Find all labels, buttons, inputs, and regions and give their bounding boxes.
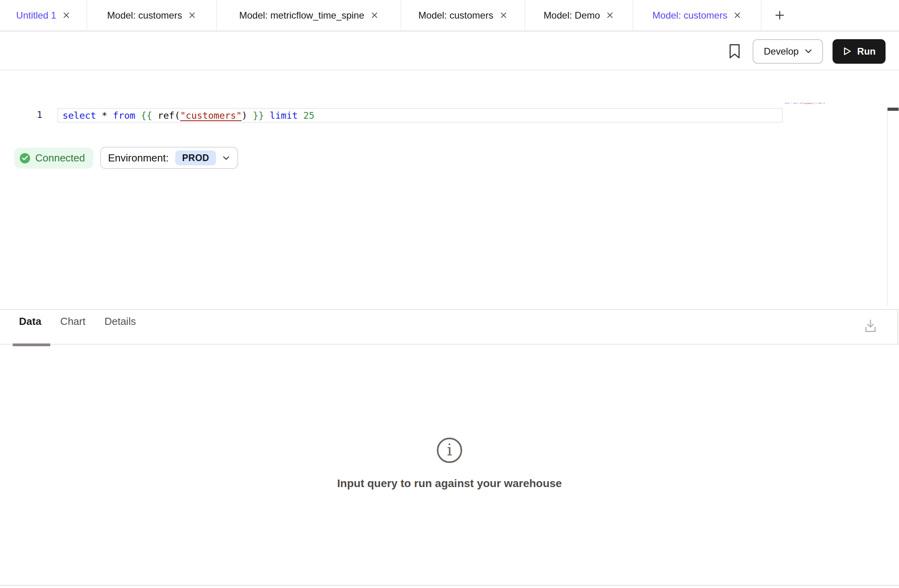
dbt-ide-window: Untitled 1 Model: customers Model: metri…	[0, 0, 899, 588]
develop-dropdown-button[interactable]: Develop	[753, 39, 823, 64]
editor-tab-label: Model: customers	[652, 10, 727, 21]
results-scrollbar-track	[897, 310, 898, 344]
editor-tab[interactable]: Model: Demo	[525, 0, 633, 30]
sql-code-line[interactable]: select * from {{ ref("customers") }} lim…	[63, 110, 315, 121]
results-panel-divider	[0, 309, 899, 310]
editor-tab-label: Model: Demo	[544, 10, 600, 21]
plus-icon	[774, 10, 785, 21]
editor-scrollbar-thumb[interactable]	[888, 108, 899, 111]
chevron-down-icon	[223, 156, 229, 160]
editor-tab-label: Model: customers	[418, 10, 493, 21]
close-icon[interactable]	[62, 11, 70, 19]
empty-results-message: Input query to run against your warehous…	[0, 477, 899, 490]
minimap-code-line: select * from {{ ref("customers") }} lim…	[785, 102, 825, 104]
download-results-button[interactable]	[863, 318, 878, 334]
connection-status-badge: Connected	[14, 148, 93, 169]
close-icon[interactable]	[370, 11, 379, 19]
header-toolbar: Develop Run	[0, 33, 899, 70]
results-tab[interactable]: Details	[104, 315, 136, 328]
editor-tabbar: Untitled 1 Model: customers Model: metri…	[0, 0, 899, 32]
environment-selector[interactable]: Environment: PROD	[100, 147, 238, 169]
bookmark-button[interactable]	[728, 44, 741, 59]
develop-label: Develop	[764, 46, 798, 57]
environment-value-badge: PROD	[175, 150, 216, 165]
editor-tab[interactable]: Model: customers	[401, 0, 525, 30]
results-tab[interactable]: Chart	[60, 315, 85, 328]
close-icon[interactable]	[606, 11, 614, 19]
editor-minimap[interactable]: select * from {{ ref("customers") }} lim…	[785, 102, 829, 108]
info-icon: i	[437, 438, 462, 463]
play-icon	[842, 47, 852, 56]
results-tabbar-border	[0, 344, 899, 345]
editor-tab[interactable]: Model: metricflow_time_spine	[217, 0, 401, 30]
sql-editor-region: Connected Environment: PROD 1 select * f…	[0, 70, 899, 309]
chevron-down-icon	[805, 49, 812, 53]
results-tabbar: Data Chart Details	[19, 315, 136, 328]
editor-tab[interactable]: Model: customers	[633, 0, 761, 30]
active-results-tab-underline	[13, 343, 50, 346]
download-icon	[863, 318, 878, 334]
editor-tab[interactable]: Model: customers	[87, 0, 217, 30]
close-icon[interactable]	[499, 11, 508, 19]
close-icon[interactable]	[733, 11, 742, 19]
run-label: Run	[857, 46, 876, 57]
connection-status-label: Connected	[35, 152, 85, 164]
close-icon[interactable]	[188, 11, 196, 19]
run-button[interactable]: Run	[833, 39, 886, 64]
bookmark-icon	[728, 44, 741, 59]
editor-tab-label: Untitled 1	[16, 10, 56, 21]
editor-tab-label: Model: customers	[107, 10, 182, 21]
check-circle-icon	[20, 153, 30, 163]
editor-tabs-list: Untitled 1 Model: customers Model: metri…	[0, 0, 761, 30]
editor-tab[interactable]: Untitled 1	[0, 0, 87, 30]
environment-label: Environment:	[108, 152, 169, 164]
new-tab-button[interactable]	[761, 0, 798, 30]
window-bottom-divider	[0, 585, 899, 586]
editor-tab-label: Model: metricflow_time_spine	[239, 10, 364, 21]
results-tab[interactable]: Data	[19, 315, 41, 328]
editor-scrollbar-track	[887, 108, 888, 305]
editor-line-number: 1	[33, 110, 46, 120]
